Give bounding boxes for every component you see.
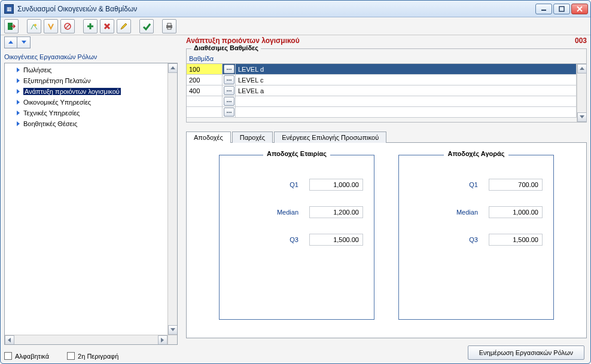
exit-icon[interactable] — [4, 19, 19, 33]
lookup-button[interactable] — [224, 65, 234, 74]
market-q3-input[interactable] — [489, 234, 543, 246]
app-window: ▦ Συνδυασμοί Οικογενειών & Βαθμίδων — [0, 0, 591, 364]
grid-cell-desc[interactable]: LEVEL c — [236, 75, 577, 85]
scroll-left-icon[interactable] — [5, 335, 14, 345]
delete-icon[interactable] — [100, 19, 114, 33]
company-q1-input[interactable] — [309, 179, 363, 191]
grid-cell-code[interactable] — [187, 107, 223, 118]
lookup-button[interactable] — [224, 108, 234, 117]
maximize-button[interactable] — [553, 4, 570, 14]
tree-hscrollbar[interactable] — [5, 335, 167, 344]
grid-cell-desc[interactable]: LEVEL a — [236, 85, 577, 96]
svg-point-19 — [229, 79, 230, 81]
grid-vscrollbar[interactable] — [577, 64, 586, 122]
tab-energeies[interactable]: Ενέργειες Επιλογής Προσωπικού — [274, 131, 386, 143]
label-q3: Q3 — [263, 236, 298, 243]
tree-item[interactable]: Πωλήσεις — [5, 65, 167, 75]
grid-row[interactable] — [187, 107, 577, 118]
tab-paroxes[interactable]: Παροχές — [232, 131, 273, 143]
alpha-checkbox[interactable]: Αλφαβητικά — [4, 352, 49, 360]
chevron-right-icon — [17, 111, 20, 115]
grid-cell-code[interactable]: 200 — [187, 75, 223, 85]
grid-cell-code[interactable]: 400 — [187, 85, 223, 96]
chevron-right-icon — [17, 89, 20, 94]
grid-row[interactable] — [187, 96, 577, 107]
grid-cell-picker — [223, 107, 236, 118]
svg-point-17 — [230, 69, 231, 70]
lookup-button[interactable] — [224, 86, 234, 95]
tree-item[interactable]: Τεχνικές Υπηρεσίες — [5, 108, 167, 118]
chevron-right-icon — [17, 78, 20, 83]
tool-icon-3[interactable] — [60, 19, 75, 33]
update-roles-button[interactable]: Ενημέρωση Εργασιακών Ρόλων — [468, 345, 584, 360]
app-icon: ▦ — [4, 4, 14, 14]
tab-apodoxes[interactable]: Αποδοχές — [186, 131, 231, 143]
svg-point-21 — [227, 90, 228, 91]
tool-icon-1[interactable] — [27, 19, 41, 33]
nav-buttons — [4, 36, 178, 48]
tab-panel-apodoxes: Αποδοχές Εταιρίας Q1 Median Q3 — [186, 143, 587, 338]
tree-header: Οικογένειες Εργασιακών Ρόλων — [4, 53, 178, 60]
tree-item-label: Ανάπτυξη προιόντων λογισμικού — [23, 88, 121, 95]
desc2-checkbox-label: 2η Περιγραφή — [78, 353, 118, 360]
tree-item-label: Οικονομικές Υπηρεσίες — [23, 99, 91, 106]
grid-scroll-up-icon[interactable] — [577, 64, 587, 74]
tree-vscrollbar[interactable] — [167, 63, 177, 335]
chevron-right-icon — [17, 121, 20, 126]
svg-rect-14 — [167, 27, 171, 29]
minimize-button[interactable] — [535, 4, 552, 14]
lookup-button[interactable] — [224, 75, 234, 84]
lookup-button[interactable] — [224, 97, 234, 106]
company-q3-input[interactable] — [309, 234, 363, 246]
tool-icon-2[interactable] — [44, 19, 58, 33]
window-title: Συνδυασμοί Οικογενειών & Βαθμίδων — [17, 5, 535, 13]
grid-row[interactable]: 400LEVEL a — [187, 85, 577, 96]
scroll-down-icon[interactable] — [168, 325, 178, 335]
scroll-up-icon[interactable] — [168, 63, 178, 73]
levels-grid[interactable]: 100LEVEL d200LEVEL c400LEVEL a — [187, 64, 577, 122]
grid-row[interactable]: 200LEVEL c — [187, 75, 577, 85]
add-icon[interactable] — [83, 19, 98, 33]
grid-row[interactable]: 100LEVEL d — [187, 64, 577, 75]
tree-item[interactable]: Οικονομικές Υπηρεσίες — [5, 97, 167, 108]
grid-cell-code[interactable]: 100 — [187, 64, 223, 75]
label-median-m: Median — [442, 209, 478, 216]
close-button[interactable] — [571, 4, 588, 14]
nav-down-button[interactable] — [17, 36, 31, 48]
print-icon[interactable] — [162, 19, 176, 33]
confirm-icon[interactable] — [139, 19, 154, 33]
edit-icon[interactable] — [117, 19, 131, 33]
svg-point-24 — [227, 101, 228, 102]
svg-point-16 — [229, 69, 230, 70]
grid-cell-desc[interactable]: LEVEL d — [236, 64, 577, 75]
svg-point-26 — [230, 101, 231, 102]
market-q1-input[interactable] — [489, 179, 543, 191]
svg-point-22 — [229, 90, 230, 91]
grid-scroll-down-icon[interactable] — [577, 112, 587, 122]
levels-group-title: Διαθέσιμες Βαθμίδες — [191, 44, 261, 51]
tree-item[interactable]: Ανάπτυξη προιόντων λογισμικού — [5, 86, 167, 97]
svg-point-29 — [230, 112, 231, 113]
role-family-tree[interactable]: ΠωλήσειςΕξυπηρέτηση ΠελατώνΑνάπτυξη προι… — [4, 63, 178, 345]
chevron-right-icon — [17, 68, 20, 72]
tree-item[interactable]: Βοηθητικές Θέσεις — [5, 118, 167, 129]
grid-cell-desc[interactable] — [236, 96, 577, 107]
svg-line-7 — [65, 24, 70, 29]
svg-point-27 — [227, 112, 228, 113]
toolbar — [1, 17, 590, 35]
nav-up-button[interactable] — [4, 36, 17, 48]
market-median-input[interactable] — [489, 206, 543, 218]
alpha-checkbox-label: Αλφαβητικά — [15, 353, 49, 360]
market-stats-group: Αποδοχές Αγοράς Q1 Median Q3 — [398, 155, 554, 320]
tree-item-label: Τεχνικές Υπηρεσίες — [23, 109, 80, 117]
desc2-checkbox[interactable]: 2η Περιγραφή — [67, 352, 118, 360]
grid-cell-desc[interactable] — [236, 107, 577, 118]
tree-item[interactable]: Εξυπηρέτηση Πελατών — [5, 75, 167, 86]
grid-cell-code[interactable] — [187, 96, 223, 107]
scroll-right-icon[interactable] — [158, 335, 167, 345]
label-q1: Q1 — [263, 181, 298, 188]
selected-family-code: 003 — [575, 36, 587, 45]
levels-group: Διαθέσιμες Βαθμίδες Βαθμίδα 100LEVEL d20… — [186, 48, 587, 123]
svg-point-18 — [227, 79, 228, 81]
company-median-input[interactable] — [309, 206, 363, 218]
